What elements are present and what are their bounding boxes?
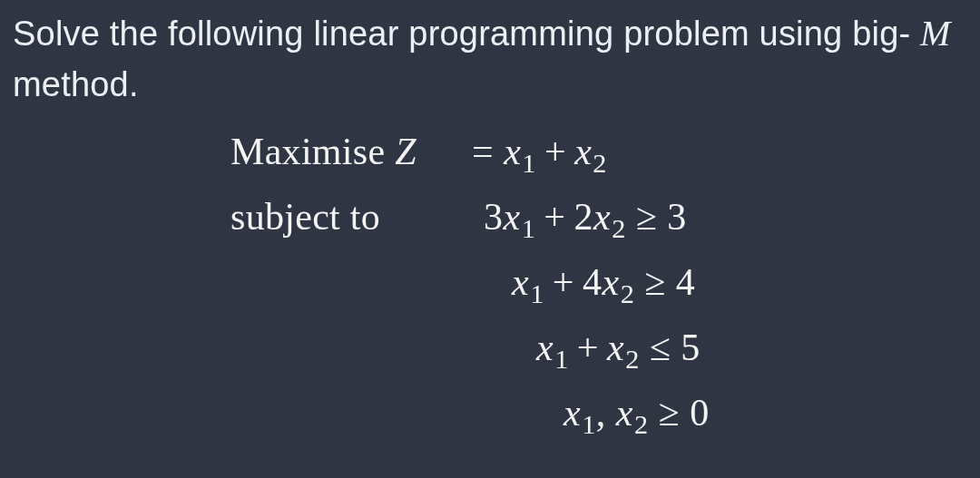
- nonnegativity-row: x1, x2≥0: [230, 391, 967, 445]
- le-sign: ≤: [640, 327, 681, 368]
- constraint-1-row: subject to 3x1+2x2≥3: [230, 195, 967, 249]
- prompt-variable-M: M: [920, 13, 951, 54]
- constraint-2-expression: x1+4x2≥4: [462, 260, 695, 310]
- variable-Z: Z: [395, 131, 416, 172]
- label-maximise: Maximise Z: [230, 130, 462, 173]
- prompt-text-before: Solve the following linear programming p…: [13, 15, 920, 53]
- problem-container: Solve the following linear programming p…: [0, 0, 980, 463]
- objective-expression: =x1+x2: [462, 130, 607, 180]
- ge-sign: ≥: [626, 196, 668, 238]
- label-subject-to: subject to: [230, 195, 462, 239]
- constraint-3-row: x1+x2≤5: [230, 326, 967, 380]
- problem-prompt: Solve the following linear programming p…: [13, 7, 967, 110]
- constraint-1-expression: 3x1+2x2≥3: [462, 195, 687, 245]
- ge-sign: ≥: [649, 392, 691, 434]
- ge-sign: ≥: [634, 261, 676, 303]
- constraint-3-expression: x1+x2≤5: [462, 326, 701, 376]
- math-block: Maximise Z =x1+x2 subject to 3x1+2x2≥3 x…: [230, 130, 967, 445]
- prompt-text-after: method.: [13, 65, 139, 103]
- objective-row: Maximise Z =x1+x2: [230, 130, 967, 184]
- equals-sign: =: [462, 131, 504, 172]
- constraint-2-row: x1+4x2≥4: [230, 260, 967, 315]
- nonnegativity-expression: x1, x2≥0: [462, 391, 710, 441]
